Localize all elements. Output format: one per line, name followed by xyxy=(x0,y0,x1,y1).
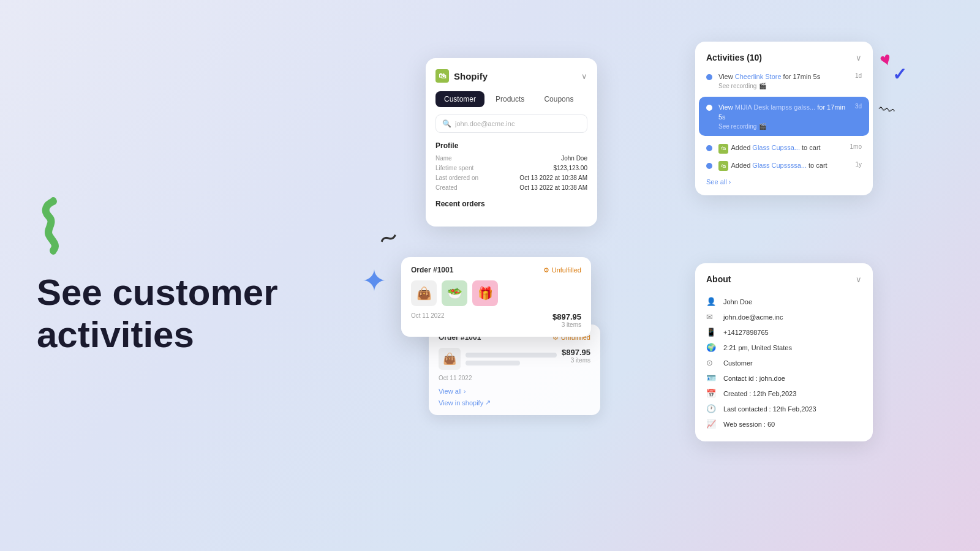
shopify-brand-name: Shopify xyxy=(454,71,488,81)
order-price: $897.95 3 items xyxy=(552,312,581,328)
order-amount: $897.95 xyxy=(552,312,581,321)
recording-text-1: See recording xyxy=(718,83,756,89)
star-decoration: ✦ xyxy=(361,263,387,299)
order-items-count: 3 items xyxy=(552,321,581,328)
activity-action-4: Added xyxy=(731,162,750,169)
activity-sub-1: See recording 🎬 xyxy=(718,83,849,89)
view-in-shopify-link[interactable]: View in shopify ↗ xyxy=(439,399,590,407)
activity-text-2: View MIJIA Desk lampss galss... for 17mi… xyxy=(718,103,849,122)
lifetime-value: $123,123.00 xyxy=(553,165,587,171)
activity-text-4: 🛍 Added Glass Cupssssa... to cart xyxy=(718,161,849,171)
status-text: Unfulfilled xyxy=(552,266,581,274)
activity-text-1: View Cheerlink Store for 17min 5s xyxy=(718,72,849,81)
about-title: About xyxy=(706,274,731,284)
tab-coupons[interactable]: Coupons xyxy=(535,91,582,107)
activity-action-1: View xyxy=(718,73,733,80)
activity-time-4: 1y xyxy=(855,161,862,168)
about-contact-id: Contact id : john.doe xyxy=(723,375,785,382)
activity-suffix-3: to cart xyxy=(802,144,821,151)
about-row-created: 📅 Created : 12th Feb,2023 xyxy=(706,386,862,401)
activity-suffix-4: to cart xyxy=(809,162,827,169)
see-all-arrow-icon: › xyxy=(729,178,731,186)
activities-chevron-icon[interactable]: ∨ xyxy=(856,53,862,62)
activity-link-4[interactable]: Glass Cupssssa... xyxy=(752,162,807,169)
activity-item-4: 🛍 Added Glass Cupssssa... to cart 1y xyxy=(706,161,862,171)
order-item-2: 🥗 xyxy=(442,280,467,306)
recording-text-2: See recording xyxy=(718,123,756,130)
about-row-location: 🌍 2:21 pm, United States xyxy=(706,340,862,355)
activity-link-1[interactable]: Cheerlink Store xyxy=(735,73,782,80)
see-all-link[interactable]: See all › xyxy=(706,178,862,186)
activity-item-3: 🛍 Added Glass Cupssa... to cart 1mo xyxy=(706,143,862,154)
about-last-contacted: Last contacted : 12th Feb,2023 xyxy=(723,405,816,413)
tab-customer[interactable]: Customer xyxy=(435,91,484,107)
profile-title: Profile xyxy=(435,141,587,150)
activity-link-3[interactable]: Glass Cupssa... xyxy=(752,144,800,151)
search-icon: 🔍 xyxy=(442,119,451,128)
profile-last-ordered-row: Last ordered on Oct 13 2022 at 10:38 AM xyxy=(435,174,587,181)
swoosh-decoration: 〰 xyxy=(877,100,896,121)
location-icon: 🌍 xyxy=(706,343,717,352)
activity-text-3: 🛍 Added Glass Cupssa... to cart xyxy=(718,143,844,154)
recording-icon-1: 🎬 xyxy=(759,83,766,89)
activity-item-2: View MIJIA Desk lampss galss... for 17mi… xyxy=(699,97,869,136)
external-link-icon: ↗ xyxy=(485,399,491,407)
user-icon: 👤 xyxy=(706,297,717,306)
last-ordered-value: Oct 13 2022 at 10:38 AM xyxy=(519,174,587,181)
behind-order-price: $897.95 3 items xyxy=(562,348,590,370)
customer-type-icon: ⊙ xyxy=(706,358,717,367)
order-header: Order #1001 ⚙ Unfulfilled xyxy=(411,266,581,274)
status-icon: ⚙ xyxy=(543,266,549,274)
activity-time-1: 1d xyxy=(855,72,862,79)
last-ordered-label: Last ordered on xyxy=(435,174,478,181)
activity-content-3: 🛍 Added Glass Cupssa... to cart xyxy=(718,143,844,154)
view-all-link[interactable]: View all › xyxy=(439,388,590,395)
tab-products[interactable]: Products xyxy=(487,91,533,107)
product-icon-3: 🛍 xyxy=(718,144,728,154)
lifetime-label: Lifetime spent xyxy=(435,165,473,171)
activity-content-4: 🛍 Added Glass Cupssssa... to cart xyxy=(718,161,849,171)
activity-suffix-1: for 17min 5s xyxy=(783,73,821,80)
activity-action-2: View xyxy=(718,103,733,111)
about-location: 2:21 pm, United States xyxy=(723,344,792,351)
contact-id-icon: 🪪 xyxy=(706,373,717,383)
behind-order-items-count: 3 items xyxy=(562,357,590,364)
headline-line2: activities xyxy=(37,313,343,356)
see-all-text: See all xyxy=(706,178,727,186)
name-label: Name xyxy=(435,155,452,162)
behind-order-date: Oct 11 2022 xyxy=(439,375,590,381)
created-icon: 📅 xyxy=(706,389,717,398)
order-number: Order #1001 xyxy=(411,266,453,274)
view-shopify-text: View in shopify xyxy=(439,399,483,407)
behind-order-amount: $897.95 xyxy=(562,348,590,357)
last-contacted-icon: 🕐 xyxy=(706,404,717,413)
shopify-chevron-icon[interactable]: ∨ xyxy=(581,72,587,81)
headline-line1: See customer xyxy=(37,271,343,313)
search-bar[interactable]: 🔍 john.doe@acme.inc xyxy=(435,114,587,133)
shopify-brand: 🛍 Shopify xyxy=(435,69,488,83)
about-name: John Doe xyxy=(723,298,752,305)
product-icon-4: 🛍 xyxy=(718,161,728,171)
check-decoration: ✓ xyxy=(892,64,907,84)
tab-bar: Customer Products Coupons xyxy=(435,91,587,107)
activity-dot-3 xyxy=(706,145,712,151)
view-all-text: View all xyxy=(439,388,462,395)
about-row-web-session: 📈 Web session : 60 xyxy=(706,416,862,432)
about-row-last-contacted: 🕐 Last contacted : 12th Feb,2023 xyxy=(706,401,862,416)
about-phone: +14127898765 xyxy=(723,329,769,336)
email-icon: ✉ xyxy=(706,312,717,321)
activity-content-2: View MIJIA Desk lampss galss... for 17mi… xyxy=(718,103,849,130)
about-row-contact-id: 🪪 Contact id : john.doe xyxy=(706,370,862,386)
about-panel: About ∨ 👤 John Doe ✉ john.doe@acme.inc 📱… xyxy=(695,263,873,441)
profile-created-row: Created Oct 13 2022 at 10:38 AM xyxy=(435,184,587,191)
order-footer: Oct 11 2022 $897.95 3 items xyxy=(411,312,581,328)
profile-name-row: Name John Doe xyxy=(435,155,587,162)
about-row-phone: 📱 +14127898765 xyxy=(706,324,862,340)
activity-link-2[interactable]: MIJIA Desk lampss galss... xyxy=(735,103,815,111)
activities-panel: Activities (10) ∨ View Cheerlink Store f… xyxy=(695,42,873,195)
about-chevron-icon[interactable]: ∨ xyxy=(856,275,862,284)
shopify-header: 🛍 Shopify ∨ xyxy=(435,69,587,83)
profile-lifetime-row: Lifetime spent $123,123.00 xyxy=(435,165,587,171)
headline: See customer activities xyxy=(37,271,343,356)
behind-bar-line-1 xyxy=(466,353,557,358)
